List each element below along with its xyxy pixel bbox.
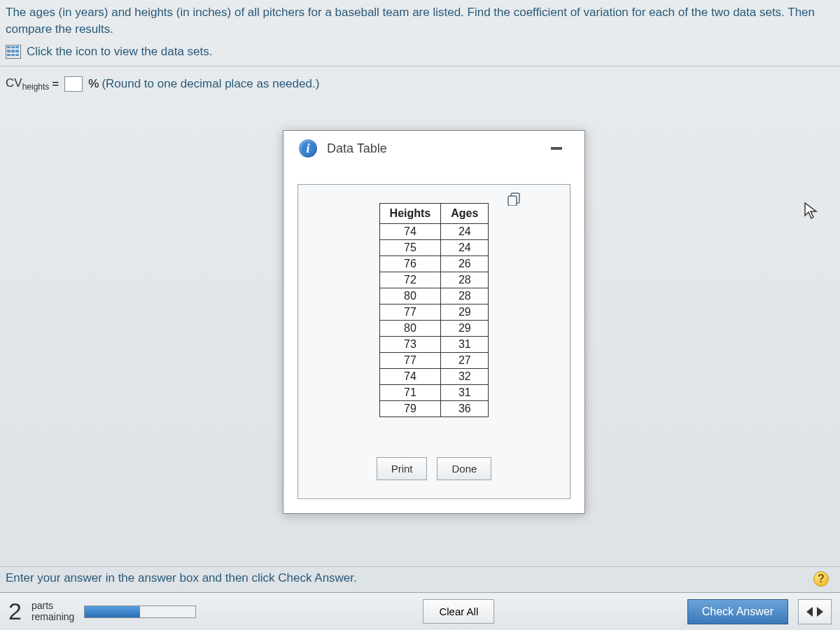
- table-row: 7936: [379, 401, 489, 417]
- data-table-dialog: i Data Table Heights Ages 74247524762672…: [283, 130, 585, 514]
- col-heights: Heights: [379, 204, 441, 224]
- minimize-icon[interactable]: [551, 147, 562, 150]
- info-icon: i: [299, 139, 317, 158]
- cell-height: 72: [379, 272, 441, 288]
- formula-row: CVheights = % (Round to one decimal plac…: [0, 66, 840, 102]
- next-icon[interactable]: [817, 607, 823, 617]
- done-button[interactable]: Done: [437, 457, 491, 480]
- help-icon[interactable]: ?: [813, 571, 829, 587]
- cell-height: 79: [379, 401, 441, 417]
- answer-hint: Enter your answer in the answer box and …: [6, 571, 357, 585]
- table-row: 7626: [379, 256, 489, 272]
- answer-input[interactable]: [64, 76, 83, 92]
- cell-height: 73: [379, 337, 441, 353]
- question-text: The ages (in years) and heights (in inch…: [0, 0, 840, 41]
- cell-age: 31: [441, 337, 489, 353]
- progress-bar: [84, 606, 196, 618]
- divider: [0, 566, 840, 567]
- table-row: 7131: [379, 385, 489, 401]
- cell-age: 24: [441, 224, 489, 240]
- parts-count: 2: [8, 598, 22, 625]
- cell-height: 77: [379, 353, 441, 369]
- percent-unit: %: [88, 77, 99, 91]
- table-row: 7424: [379, 224, 489, 240]
- cell-height: 74: [379, 224, 441, 240]
- table-row: 7727: [379, 353, 489, 369]
- dialog-title: Data Table: [327, 141, 387, 156]
- col-ages: Ages: [441, 204, 489, 224]
- footer-bar: 2 parts remaining Clear All Check Answer: [0, 592, 840, 630]
- table-row: 7432: [379, 369, 489, 385]
- svg-rect-3: [508, 196, 517, 206]
- cell-age: 36: [441, 401, 489, 417]
- cell-height: 74: [379, 369, 441, 385]
- data-grid-icon[interactable]: [6, 45, 21, 59]
- dialog-titlebar[interactable]: i Data Table: [284, 131, 584, 166]
- table-row: 8028: [379, 288, 489, 304]
- rounding-hint: (Round to one decimal place as needed.): [102, 77, 319, 91]
- table-row: 8029: [379, 321, 489, 337]
- cell-age: 26: [441, 256, 489, 272]
- table-row: 7228: [379, 272, 489, 288]
- clear-all-button[interactable]: Clear All: [423, 599, 494, 624]
- cell-age: 29: [441, 321, 489, 337]
- cell-age: 28: [441, 288, 489, 304]
- parts-text: parts remaining: [31, 601, 74, 622]
- data-table: Heights Ages 742475247626722880287729802…: [379, 203, 489, 417]
- cell-height: 75: [379, 240, 441, 256]
- cell-height: 77: [379, 304, 441, 321]
- nav-buttons[interactable]: [798, 599, 832, 624]
- cell-age: 31: [441, 385, 489, 401]
- cell-age: 27: [441, 353, 489, 369]
- cursor-icon: [804, 202, 819, 220]
- equals-sign: =: [52, 77, 59, 91]
- cell-age: 28: [441, 272, 489, 288]
- print-button[interactable]: Print: [377, 457, 428, 480]
- cell-height: 80: [379, 288, 441, 304]
- variable-cv: CVheights: [6, 76, 49, 92]
- cell-height: 76: [379, 256, 441, 272]
- cell-age: 24: [441, 240, 489, 256]
- cell-height: 71: [379, 385, 441, 401]
- data-link-text[interactable]: Click the icon to view the data sets.: [27, 45, 213, 59]
- table-row: 7331: [379, 337, 489, 353]
- table-row: 7729: [379, 304, 489, 321]
- dialog-body: Heights Ages 742475247626722880287729802…: [298, 184, 570, 499]
- cell-age: 32: [441, 369, 489, 385]
- copy-icon[interactable]: [507, 192, 522, 206]
- cell-height: 80: [379, 321, 441, 337]
- prev-icon[interactable]: [806, 607, 813, 617]
- cell-age: 29: [441, 304, 489, 321]
- data-link-row[interactable]: Click the icon to view the data sets.: [0, 41, 840, 66]
- table-row: 7524: [379, 240, 489, 256]
- check-answer-button[interactable]: Check Answer: [687, 599, 788, 624]
